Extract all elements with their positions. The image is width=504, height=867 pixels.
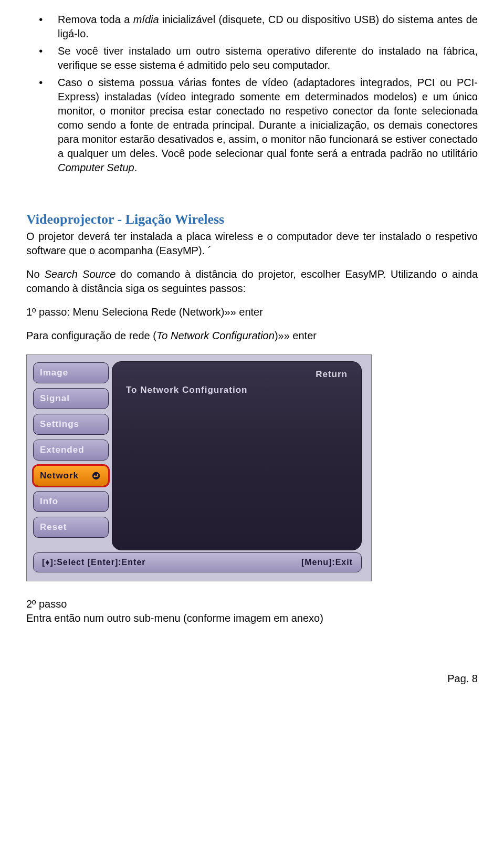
projector-menu: Image Signal Settings Extended Network I… bbox=[27, 355, 109, 550]
help-left: [♦]:Select [Enter]:Enter bbox=[42, 558, 146, 567]
menu-item-reset[interactable]: Reset bbox=[33, 517, 109, 538]
menu-item-extended[interactable]: Extended bbox=[33, 440, 109, 461]
paragraph: Para configuração de rede (To Network Co… bbox=[26, 329, 478, 343]
projector-main: Image Signal Settings Extended Network I… bbox=[27, 355, 371, 552]
menu-label: Info bbox=[40, 496, 58, 507]
text: )»» enter bbox=[275, 330, 317, 341]
text: Remova toda a bbox=[58, 14, 133, 25]
menu-label: Extended bbox=[40, 445, 85, 455]
menu-item-image[interactable]: Image bbox=[33, 362, 109, 383]
menu-label: Reset bbox=[40, 522, 67, 532]
text: . bbox=[134, 162, 138, 173]
text: Search Source bbox=[45, 268, 116, 280]
menu-label: Network bbox=[40, 471, 79, 481]
bullet-list: Remova toda a mídia inicializável (disqu… bbox=[26, 13, 478, 175]
page-footer: Pag. 8 bbox=[26, 673, 478, 685]
panel-return-label: Return bbox=[124, 369, 350, 380]
text: Caso o sistema possua várias fontes de v… bbox=[58, 77, 478, 159]
menu-label: Image bbox=[40, 368, 68, 378]
panel-line[interactable]: To Network Configuration bbox=[124, 385, 350, 395]
text: Se você tiver instalado um outro sistema… bbox=[58, 45, 478, 71]
paragraph: Entra então num outro sub-menu (conforme… bbox=[26, 611, 478, 625]
bullet-item: Remova toda a mídia inicializável (disqu… bbox=[51, 13, 478, 41]
help-right: [Menu]:Exit bbox=[301, 558, 353, 567]
menu-label: Settings bbox=[40, 419, 79, 430]
bullet-item: Caso o sistema possua várias fontes de v… bbox=[51, 76, 478, 175]
menu-item-signal[interactable]: Signal bbox=[33, 388, 109, 409]
paragraph: 1º passo: Menu Seleciona Rede (Network)»… bbox=[26, 305, 478, 319]
text: mídia bbox=[133, 14, 159, 25]
text: Para configuração de rede ( bbox=[26, 330, 156, 341]
projector-panel: Return To Network Configuration bbox=[112, 361, 362, 550]
menu-item-settings[interactable]: Settings bbox=[33, 414, 109, 435]
text: To Network Configuration bbox=[156, 330, 275, 341]
text: Computer Setup bbox=[58, 162, 134, 173]
projector-helpbar: [♦]:Select [Enter]:Enter [Menu]:Exit bbox=[33, 552, 362, 572]
menu-item-info[interactable]: Info bbox=[33, 491, 109, 512]
menu-item-network[interactable]: Network bbox=[33, 465, 109, 486]
text: No bbox=[26, 268, 45, 280]
paragraph: No Search Source do comando à distância … bbox=[26, 267, 478, 296]
paragraph: 2º passo bbox=[26, 597, 478, 611]
menu-label: Signal bbox=[40, 393, 70, 404]
enter-icon bbox=[91, 471, 101, 480]
section-title: Videoprojector - Ligação Wireless bbox=[26, 212, 478, 227]
bullet-item: Se você tiver instalado um outro sistema… bbox=[51, 44, 478, 72]
projector-screenshot: Image Signal Settings Extended Network I… bbox=[26, 354, 372, 581]
paragraph: O projetor deverá ter instalada a placa … bbox=[26, 229, 478, 258]
document-page: Remova toda a mídia inicializável (disqu… bbox=[0, 0, 504, 701]
